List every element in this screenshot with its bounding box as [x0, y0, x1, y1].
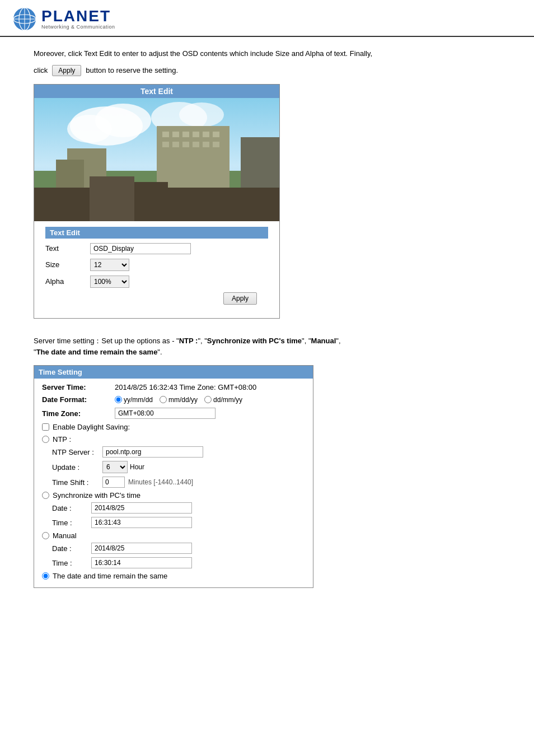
sync-time-row: Time :	[52, 517, 305, 528]
svg-rect-29	[90, 176, 134, 221]
date-format-row: Date Format: yy/mm/dd mm/dd/yy dd/mm/yy	[42, 395, 305, 404]
text-input[interactable]	[90, 243, 191, 254]
text-field-row: Text	[45, 243, 268, 254]
svg-rect-30	[134, 182, 168, 221]
alpha-label: Alpha	[45, 277, 90, 286]
ntp-radio-row: NTP :	[42, 435, 305, 444]
svg-rect-16	[193, 132, 199, 137]
date-format-label: Date Format:	[42, 395, 115, 404]
sync-pc-label: Synchronize with PC's time	[53, 491, 140, 500]
text-edit-panel: Text Edit	[34, 84, 280, 319]
sync-pc-radio-row: Synchronize with PC's time	[42, 491, 305, 500]
svg-rect-13	[162, 132, 169, 137]
svg-rect-19	[162, 142, 169, 147]
svg-rect-21	[182, 142, 189, 147]
size-select[interactable]: 12 14 16 18	[90, 259, 129, 271]
ntp-label: NTP :	[53, 435, 71, 444]
date-format-yy-label: yy/mm/dd	[124, 396, 153, 404]
svg-rect-14	[172, 132, 179, 137]
svg-rect-18	[213, 132, 219, 137]
ntp-sub-rows: NTP Server : Update : 6 12 24 Hour Time …	[42, 446, 305, 488]
time-zone-label: Time Zone:	[42, 409, 115, 418]
radio-mm-dd-yy[interactable]	[160, 396, 167, 403]
manual-date-input[interactable]	[91, 543, 192, 554]
date-format-yy-mm-dd[interactable]: yy/mm/dd	[115, 396, 153, 404]
ntp-server-input[interactable]	[102, 446, 203, 458]
radio-sync-pc[interactable]	[42, 492, 49, 499]
sync-bold: Synchronize with PC's time	[207, 337, 302, 345]
text-label: Text	[45, 244, 90, 253]
manual-time-row: Time :	[52, 557, 305, 568]
update-row: Update : 6 12 24 Hour	[52, 461, 305, 473]
text-edit-panel-title: Text Edit	[34, 85, 279, 98]
apply-button-inline[interactable]: Apply	[52, 65, 81, 76]
server-time-value: 2014/8/25 16:32:43 Time Zone: GMT+08:00	[115, 383, 256, 391]
radio-manual[interactable]	[42, 532, 49, 539]
svg-rect-22	[193, 142, 199, 147]
planet-logo-icon	[11, 6, 38, 32]
size-label: Size	[45, 260, 90, 269]
time-shift-input[interactable]	[102, 477, 125, 488]
radio-remain[interactable]	[42, 572, 49, 580]
time-setting-title: Time Setting	[34, 366, 313, 379]
time-shift-row: Time Shift : Minutes [-1440..1440]	[52, 477, 305, 488]
reserve-text: button to reserve the setting.	[86, 66, 178, 74]
ntp-server-row: NTP Server :	[52, 446, 305, 458]
logo-tagline: Networking & Communication	[41, 24, 115, 30]
sync-date-input[interactable]	[91, 502, 192, 514]
manual-date-label: Date :	[52, 544, 91, 553]
server-time-description: Server time setting：Set up the options a…	[34, 335, 500, 359]
text-edit-form: Text Edit Text Size 12 14 16 18 Alpha 10…	[34, 221, 279, 318]
header: PLANET Networking & Communication	[0, 0, 534, 37]
alpha-field-row: Alpha 100% 75% 50% 25%	[45, 276, 268, 288]
logo: PLANET Networking & Communication	[11, 6, 115, 32]
update-select[interactable]: 6 12 24	[102, 461, 128, 473]
manual-sub-rows: Date : Time :	[42, 543, 305, 568]
server-time-row: Server Time: 2014/8/25 16:32:43 Time Zon…	[42, 383, 305, 391]
ntp-bold: NTP :	[179, 337, 198, 345]
time-zone-input[interactable]	[115, 408, 216, 419]
radio-ntp[interactable]	[42, 436, 49, 443]
sync-time-label: Time :	[52, 519, 91, 527]
update-label: Update :	[52, 463, 102, 472]
sync-date-row: Date :	[52, 502, 305, 514]
sync-time-input[interactable]	[91, 517, 192, 528]
daylight-saving-label: Enable Daylight Saving:	[53, 423, 130, 431]
logo-text: PLANET Networking & Communication	[41, 8, 115, 30]
intro-text: Moreover, click Text Edit to enter to ad…	[34, 48, 500, 59]
daylight-saving-checkbox[interactable]	[42, 423, 49, 431]
logo-planet-name: PLANET	[41, 8, 115, 24]
click-apply-row: click Apply button to reserve the settin…	[34, 65, 500, 76]
remain-bold: The date and time remain the same	[36, 348, 158, 356]
remain-label: The date and time remain the same	[53, 572, 167, 580]
time-setting-panel: Time Setting Server Time: 2014/8/25 16:3…	[34, 365, 313, 588]
svg-rect-24	[213, 142, 219, 147]
svg-rect-15	[182, 132, 189, 137]
manual-label: Manual	[53, 531, 77, 540]
daylight-saving-row: Enable Daylight Saving:	[42, 423, 305, 431]
svg-point-8	[67, 115, 112, 143]
manual-bold: Manual	[311, 337, 336, 345]
radio-dd-mm-yy[interactable]	[204, 396, 212, 403]
manual-time-input[interactable]	[91, 557, 192, 568]
svg-point-10	[179, 102, 224, 127]
svg-rect-23	[203, 142, 209, 147]
svg-rect-17	[203, 132, 209, 137]
camera-preview	[34, 98, 279, 221]
svg-rect-20	[172, 142, 179, 147]
sync-sub-rows: Date : Time :	[42, 502, 305, 528]
main-content: Moreover, click Text Edit to enter to ad…	[0, 37, 534, 599]
time-zone-row: Time Zone:	[42, 408, 305, 419]
apply-button-bottom[interactable]: Apply	[223, 292, 257, 305]
date-format-radios: yy/mm/dd mm/dd/yy dd/mm/yy	[115, 396, 242, 404]
manual-date-row: Date :	[52, 543, 305, 554]
alpha-select[interactable]: 100% 75% 50% 25%	[90, 276, 129, 288]
date-format-dd-mm-yy[interactable]: dd/mm/yy	[204, 396, 242, 404]
radio-yy-mm-dd[interactable]	[115, 396, 122, 403]
manual-time-label: Time :	[52, 559, 91, 567]
time-shift-note: Minutes [-1440..1440]	[128, 478, 193, 486]
date-format-mm-dd-yy[interactable]: mm/dd/yy	[160, 396, 198, 404]
size-field-row: Size 12 14 16 18	[45, 259, 268, 271]
server-time-label: Server Time:	[42, 383, 115, 391]
update-unit: Hour	[130, 463, 144, 471]
